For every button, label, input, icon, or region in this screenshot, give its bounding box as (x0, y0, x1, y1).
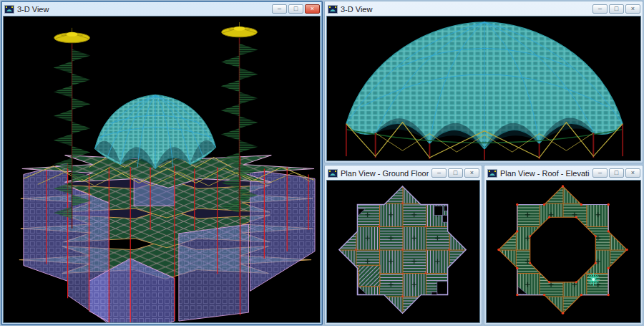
window-plan-roof: Plan View - Roof - Elevation 958.82 – □ … (484, 165, 643, 325)
minimize-button[interactable]: – (592, 168, 608, 178)
viewport-main-3d[interactable] (3, 16, 321, 323)
restore-button[interactable]: □ (288, 4, 303, 14)
window-title: 3-D View (17, 5, 269, 14)
octagon-opening (530, 217, 596, 282)
plan-roof-canvas (487, 181, 640, 322)
minimize-button[interactable]: – (272, 4, 287, 14)
mdi-workspace: 3-D View – □ × (0, 0, 644, 326)
restore-button[interactable]: □ (609, 4, 624, 14)
window-3d-view-main: 3-D View – □ × (1, 1, 323, 325)
titlebar-main-3d[interactable]: 3-D View – □ × (3, 3, 321, 16)
restore-button[interactable]: □ (609, 168, 624, 178)
window-title: Plan View - Roof - Elevation 958.82 (500, 169, 590, 178)
viewport-dome-3d[interactable] (326, 16, 641, 161)
close-button[interactable]: × (305, 4, 320, 14)
close-button[interactable]: × (625, 4, 640, 14)
window-title: 3-D View (341, 5, 590, 14)
plan-ground-canvas (327, 181, 479, 322)
window-plan-ground: Plan View - Ground Floor - Elevation 948… (324, 165, 482, 325)
minimize-button[interactable]: – (431, 168, 447, 178)
titlebar-plan-roof[interactable]: Plan View - Roof - Elevation 958.82 – □ … (486, 167, 641, 180)
window-icon (328, 169, 338, 178)
diagonal-hatch-panel (358, 265, 380, 287)
window-title: Plan View - Ground Floor - Elevation 948… (341, 169, 429, 178)
minimize-button[interactable]: – (592, 4, 608, 14)
viewport-plan-roof[interactable] (486, 180, 641, 323)
window-3d-view-dome: 3-D View – □ × (324, 1, 643, 163)
viewport-plan-ground[interactable] (326, 180, 480, 323)
titlebar-plan-ground[interactable]: Plan View - Ground Floor - Elevation 948… (326, 167, 480, 180)
main-3d-canvas (4, 16, 320, 322)
window-icon (328, 5, 338, 14)
close-button[interactable]: × (625, 168, 640, 178)
titlebar-dome-3d[interactable]: 3-D View – □ × (326, 3, 641, 16)
window-icon (487, 169, 497, 178)
dome-3d-canvas (327, 16, 640, 160)
restore-button[interactable]: □ (448, 168, 463, 178)
close-button[interactable]: × (464, 168, 479, 178)
window-icon (4, 5, 14, 14)
